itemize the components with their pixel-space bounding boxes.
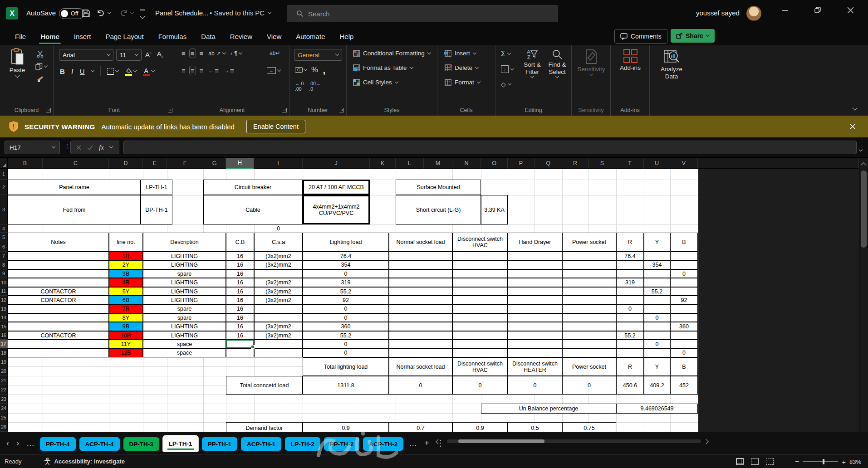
column-header-D[interactable]: D [109, 158, 143, 169]
row-header-16[interactable]: 16 [0, 331, 8, 340]
sheet-tab-pp-th-1[interactable]: PP-TH-1 [202, 437, 238, 451]
table-header-6[interactable]: Normal socket load [389, 233, 452, 252]
cell-row11-col10[interactable] [616, 287, 644, 296]
cable-label[interactable]: Cable [203, 195, 303, 224]
copy-button[interactable] [35, 63, 47, 70]
total-value-2[interactable]: 0 [452, 376, 508, 395]
comma-style-button[interactable]: , [323, 68, 325, 73]
cell-row8-col5[interactable]: 354 [303, 260, 389, 269]
security-warning-message[interactable]: Automatic update of links has been disab… [101, 123, 235, 131]
summary-header-6[interactable]: Y [644, 357, 670, 376]
increase-indent-button[interactable]: →≡ [224, 67, 234, 74]
cell-row18-col0[interactable] [8, 348, 109, 357]
total-value-4[interactable]: 0 [562, 376, 616, 395]
demand-value-4[interactable]: 0.75 [562, 422, 616, 432]
row-header-22[interactable]: 22 [0, 385, 8, 395]
ribbon-tab-insert[interactable]: Insert [67, 27, 98, 45]
cell-row8-col12[interactable] [670, 260, 698, 269]
sheet-nav-more-icon[interactable]: … [25, 439, 36, 448]
cell-row17-col6[interactable] [389, 340, 452, 348]
cell-row8-col2[interactable]: LIGHTING [143, 260, 226, 269]
font-name-select[interactable]: Arial [59, 49, 113, 61]
cell-row16-col9[interactable] [562, 331, 616, 340]
cell-row18-col11[interactable] [644, 348, 670, 357]
cell-row18-col9[interactable] [562, 348, 616, 357]
cell-row10-col11[interactable] [644, 278, 670, 287]
zoom-slider-thumb[interactable] [823, 459, 824, 464]
user-name[interactable]: youssef sayed [696, 9, 740, 17]
alignment-dialog-launcher[interactable] [282, 108, 287, 112]
ribbon-tab-automate[interactable]: Automate [289, 27, 332, 45]
horizontal-scrollbar-track[interactable] [447, 439, 701, 443]
circuit-breaker-value[interactable]: 20 AT / 100 AF MCCB [303, 180, 370, 195]
panel-name-label[interactable]: Panel name [8, 180, 141, 195]
autosave-toggle[interactable]: Off [59, 8, 84, 19]
cell-row8-col3[interactable]: 16 [226, 260, 254, 269]
enable-content-button[interactable]: Enable Content [246, 120, 305, 133]
cell-h4[interactable]: 0 [254, 224, 303, 233]
cell-row8-col1[interactable]: 2Y [109, 260, 143, 269]
cell-row14-col10[interactable] [616, 313, 644, 322]
fed-from-value[interactable]: DP-TH-1 [141, 195, 172, 224]
column-header-P[interactable]: P [508, 158, 535, 169]
cell-row9-col3[interactable]: 16 [226, 269, 254, 278]
cell-row18-col1[interactable]: 12B [109, 348, 143, 357]
column-header-T[interactable]: T [616, 158, 644, 169]
ribbon-tab-review[interactable]: Review [223, 27, 259, 45]
column-header-N[interactable]: N [452, 158, 481, 169]
sheet-tab-lp-th-2[interactable]: LP-TH-2 [285, 437, 320, 451]
sheet-tab-acp-th-2[interactable]: ACP-TH-2 [363, 437, 403, 451]
cell-row10-col12[interactable] [670, 278, 698, 287]
number-format-select[interactable]: General [294, 49, 342, 61]
column-header-L[interactable]: L [396, 158, 424, 169]
row-header-5[interactable]: 5 [0, 233, 8, 242]
cell-row18-col4[interactable] [254, 348, 303, 357]
demand-value-0[interactable]: 0.9 [303, 422, 389, 432]
cell-row11-col7[interactable] [452, 287, 508, 296]
cell-row16-col12[interactable] [670, 331, 698, 340]
cell-row7-col10[interactable]: 76.4 [616, 252, 644, 260]
column-header-Q[interactable]: Q [535, 158, 562, 169]
search-input[interactable]: Search [287, 5, 558, 22]
ribbon-tab-home[interactable]: Home [34, 27, 66, 45]
cut-button[interactable] [36, 50, 44, 58]
ribbon-tab-formulas[interactable]: Formulas [152, 27, 194, 45]
cell-row18-col3[interactable] [226, 348, 254, 357]
clear-button[interactable]: ◇ [501, 81, 511, 88]
fed-from-label[interactable]: Fed from [8, 195, 141, 224]
share-button[interactable]: Share [671, 29, 715, 43]
cell-row15-col11[interactable] [644, 322, 670, 331]
sheet-tab-lp-th-1[interactable]: LP-TH-1 [163, 435, 198, 452]
summary-header-2[interactable]: Disconnect switch HVAC [452, 357, 508, 376]
cell-row10-col3[interactable]: 16 [226, 278, 254, 287]
select-all-corner[interactable] [0, 158, 8, 169]
cell-row12-col9[interactable] [562, 296, 616, 304]
page-break-view-icon[interactable] [766, 458, 774, 465]
save-status[interactable]: • Saved to this PC [210, 9, 271, 17]
cell-row7-col1[interactable]: 1R [109, 252, 143, 260]
collapse-ribbon-button[interactable] [853, 103, 857, 112]
column-header-M[interactable]: M [424, 158, 452, 169]
close-button[interactable] [840, 0, 861, 20]
cell-row13-col10[interactable]: 0 [616, 304, 644, 313]
cell-row14-col4[interactable] [254, 313, 303, 322]
table-header-7[interactable]: Disconnect switch HVAC [452, 233, 508, 252]
cell-row18-col7[interactable] [452, 348, 508, 357]
cell-row16-col3[interactable]: 16 [226, 331, 254, 340]
cell-row9-col9[interactable] [562, 269, 616, 278]
row-header-4[interactable]: 4 [0, 224, 8, 233]
save-icon[interactable] [82, 9, 90, 18]
cell-row14-col5[interactable]: 0 [303, 313, 389, 322]
summary-header-5[interactable]: R [616, 357, 644, 376]
cell-row17-col5[interactable]: 0 [303, 340, 389, 348]
font-color-button[interactable]: A [143, 67, 154, 76]
align-right-button[interactable]: ≡ [200, 67, 204, 74]
total-connected-label[interactable]: Total conncetd load [226, 376, 303, 395]
table-header-11[interactable]: Y [644, 233, 670, 252]
cell-row10-col0[interactable] [8, 278, 109, 287]
demand-factor-label[interactable]: Demand factor [226, 422, 303, 432]
cell-row17-col11[interactable]: 0 [644, 340, 670, 348]
cell-row13-col0[interactable] [8, 304, 109, 313]
align-left-button[interactable]: ≡ [181, 67, 186, 74]
row-header-20[interactable]: 20 [0, 366, 8, 376]
